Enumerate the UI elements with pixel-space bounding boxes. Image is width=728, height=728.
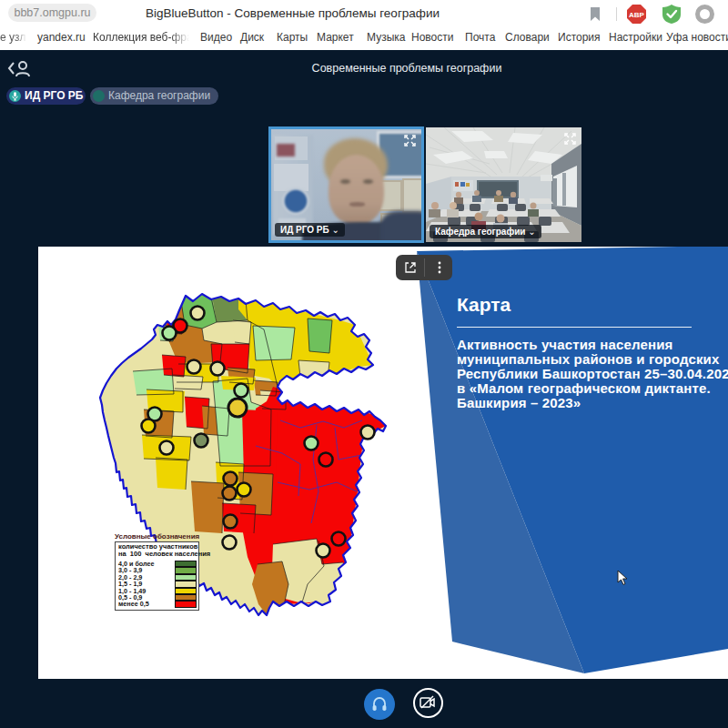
svg-text:ABP: ABP [629,11,645,19]
